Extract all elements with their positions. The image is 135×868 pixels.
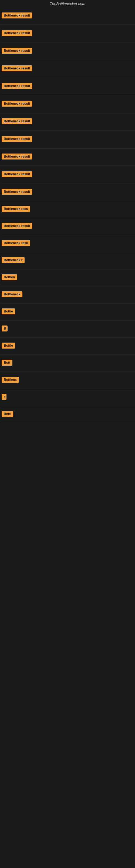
result-row: Bottleneck result [1, 43, 135, 60]
bottleneck-result-badge[interactable]: Bottleneck result [2, 65, 32, 71]
bottleneck-result-badge[interactable]: B [2, 326, 8, 332]
result-row: Bottleneck resu [1, 235, 135, 252]
bottleneck-result-badge[interactable]: Bottleneck result [2, 118, 32, 124]
result-row: Bottleneck result [1, 8, 135, 25]
result-row: Bottle [1, 338, 135, 355]
result-row: Bottleneck result [1, 130, 135, 149]
result-row: Bottl [1, 406, 135, 423]
result-row: Bottleneck r [1, 252, 135, 269]
result-row: Bott [1, 355, 135, 372]
result-row: s [1, 389, 135, 406]
bottleneck-result-badge[interactable]: Bottlens [2, 377, 19, 383]
result-row: Bottle [1, 304, 135, 321]
results-container: Bottleneck resultBottleneck resultBottle… [0, 8, 135, 423]
bottleneck-result-badge[interactable]: Bottleneck result [2, 12, 32, 19]
bottleneck-result-badge[interactable]: Bottleneck result [2, 48, 32, 54]
bottleneck-result-badge[interactable]: Bottleneck result [2, 154, 32, 159]
site-title: TheBottlenecker.com [0, 0, 135, 8]
bottleneck-result-badge[interactable]: Bottl [2, 411, 13, 417]
result-row: Bottlen [1, 269, 135, 286]
bottleneck-result-badge[interactable]: Bottleneck result [2, 171, 32, 177]
result-row: Bottleneck result [1, 95, 135, 113]
bottleneck-result-badge[interactable]: Bottleneck result [2, 189, 32, 195]
bottleneck-result-badge[interactable]: Bott [2, 360, 12, 366]
result-row: Bottleneck result [1, 184, 135, 201]
result-row: Bottlens [1, 372, 135, 389]
result-row: Bottleneck result [1, 25, 135, 43]
bottleneck-result-badge[interactable]: s [2, 394, 6, 400]
bottleneck-result-badge[interactable]: Bottleneck [2, 291, 22, 297]
bottleneck-result-badge[interactable]: Bottlen [2, 274, 17, 280]
bottleneck-result-badge[interactable]: Bottleneck r [2, 257, 25, 263]
bottleneck-result-badge[interactable]: Bottle [2, 343, 15, 348]
bottleneck-result-badge[interactable]: Bottleneck resu [2, 240, 30, 246]
bottleneck-result-badge[interactable]: Bottleneck result [2, 30, 32, 36]
bottleneck-result-badge[interactable]: Bottleneck resu [2, 206, 30, 212]
bottleneck-result-badge[interactable]: Bottleneck result [2, 136, 32, 142]
bottleneck-result-badge[interactable]: Bottle [2, 308, 15, 314]
result-row: Bottleneck result [1, 113, 135, 130]
bottleneck-result-badge[interactable]: Bottleneck result [2, 101, 32, 106]
bottleneck-result-badge[interactable]: Bottleneck result [2, 223, 32, 229]
result-row: B [1, 321, 135, 338]
result-row: Bottleneck result [1, 218, 135, 235]
result-row: Bottleneck result [1, 166, 135, 184]
result-row: Bottleneck result [1, 78, 135, 95]
result-row: Bottleneck [1, 286, 135, 304]
result-row: Bottleneck resu [1, 201, 135, 218]
result-row: Bottleneck result [1, 60, 135, 78]
result-row: Bottleneck result [1, 149, 135, 166]
bottleneck-result-badge[interactable]: Bottleneck result [2, 83, 32, 89]
